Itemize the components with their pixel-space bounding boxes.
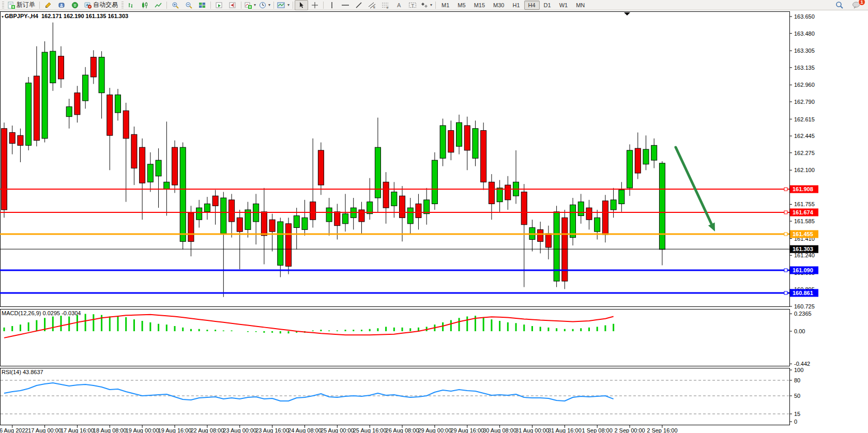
price-level-badge-text: 161.908 [793,186,813,192]
rsi-tick: 100 [794,367,803,373]
candle [50,51,56,83]
tab-timeframe-D1[interactable]: D1 [540,1,555,10]
price-tick: 163.305 [794,48,815,54]
tab-timeframe-W1[interactable]: W1 [555,1,572,10]
candle [107,95,113,136]
rsi-tick: 80 [794,377,800,383]
tab-timeframe-MN[interactable]: MN [572,1,589,10]
time-tick: 19 Aug 00:00 [126,427,159,433]
toolbar-grip [121,2,124,9]
time-tick: 23 Aug 00:00 [223,427,256,433]
channel-tool-button[interactable]: E [366,0,379,10]
signals-icon [71,2,79,9]
candle [147,164,153,182]
chat-button[interactable]: 1 [849,0,863,10]
candle [545,234,551,248]
metaeditor-button[interactable] [41,0,55,10]
arrows-dropdown-caret[interactable]: ▾ [430,3,432,7]
candle [326,208,332,222]
chart-canvas[interactable]: 163.650163.480163.305163.135162.960162.7… [0,0,868,433]
candle [172,147,178,185]
price-tick: 162.615 [794,116,815,122]
candle [90,57,96,77]
auto-scroll-button[interactable] [212,0,226,10]
candle [99,57,104,93]
price-level-badge-text: 161.090 [793,267,813,273]
price-level-badge-text: 160.861 [793,290,813,296]
candle [578,202,584,216]
toolbar-separator [210,2,211,9]
candle [2,129,7,210]
text-tool-button[interactable]: A [392,0,406,10]
candle [115,95,121,113]
chart-shift-button[interactable] [226,0,239,10]
svg-text:F: F [387,6,389,9]
horizontal-line-tool-button[interactable] [339,0,352,10]
text-label-tool-button[interactable]: T [406,0,419,10]
trendline-tool-button[interactable] [352,0,366,10]
candle [188,213,194,242]
fibonacci-tool-button[interactable]: F [379,0,392,10]
chart-shift-icon [229,2,236,9]
tab-timeframe-H1[interactable]: H1 [508,1,524,10]
candle [416,204,421,218]
tab-timeframe-M30[interactable]: M30 [489,1,508,10]
line-chart-button[interactable] [151,0,165,10]
candlestick-chart-button[interactable] [138,0,151,10]
zoom-out-button[interactable] [182,0,195,10]
tab-timeframe-M5[interactable]: M5 [453,1,469,10]
tab-timeframe-M15[interactable]: M15 [470,1,489,10]
indicators-dropdown-caret[interactable]: ▾ [254,3,256,7]
tab-timeframe-M1[interactable]: M1 [437,1,453,10]
rsi-tick: 0 [794,419,797,425]
crosshair-tool-button[interactable] [308,0,322,10]
candle [643,149,649,164]
zoom-in-button[interactable] [169,0,182,10]
candle [391,192,397,206]
time-tick: 30 Aug 08:00 [483,427,516,433]
metaeditor-icon [44,2,52,9]
market-button[interactable] [55,0,68,10]
price-tick: 162.790 [794,99,815,105]
new-order-button[interactable]: 新订单 [5,0,38,10]
macd-tick: 0.00 [794,328,805,334]
cursor-icon [298,2,304,9]
arrows-icon [421,2,428,9]
candle [432,160,437,204]
candle [440,126,446,158]
candle [74,93,80,115]
signals-button[interactable] [68,0,82,10]
periods-dropdown-caret[interactable]: ▾ [268,3,270,7]
candle [359,210,364,222]
candle [635,148,641,173]
vertical-line-tool-button[interactable] [325,0,339,10]
candle [261,212,267,236]
tab-timeframe-H4[interactable]: H4 [524,1,540,10]
auto-trading-button[interactable]: 自动交易 [82,0,120,10]
candlestick-chart-icon [141,2,148,9]
periods-button[interactable]: ▾ [257,0,272,10]
cursor-tool-button[interactable] [295,0,308,10]
candle [302,218,308,229]
candle [562,218,568,281]
bar-chart-button[interactable] [125,0,138,10]
candle [659,163,665,250]
candle [651,145,657,160]
candle [9,132,15,143]
price-tick: 163.650 [794,13,815,20]
toolbar-separator [241,2,241,9]
time-tick: 19 Aug 16:00 [158,427,192,433]
templates-dropdown-caret[interactable]: ▾ [287,3,290,7]
templates-button[interactable]: ▾ [276,0,291,10]
indicators-button[interactable]: ▾ [243,0,257,10]
price-level-badge-text: 161.303 [793,246,813,252]
tile-windows-button[interactable] [195,0,209,10]
time-tick: 26 Aug 08:00 [386,427,419,433]
candle [318,150,324,185]
price-tick: 162.960 [794,82,815,88]
search-button[interactable] [833,0,846,10]
search-icon [835,1,844,9]
candle [286,224,292,266]
candle [505,185,511,200]
arrows-tool-button[interactable]: ▾ [419,0,434,10]
